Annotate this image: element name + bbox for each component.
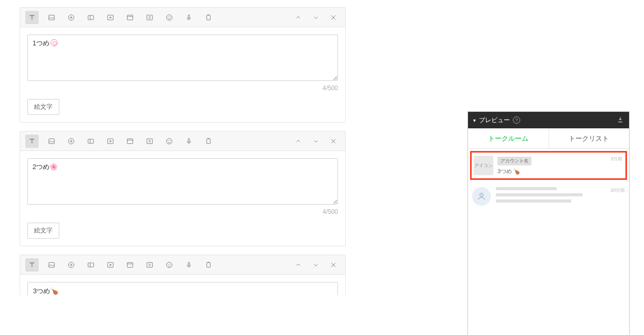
mic-icon[interactable] — [182, 135, 196, 148]
skeleton-line — [496, 187, 557, 190]
play-box-icon[interactable] — [104, 135, 117, 148]
svg-rect-0 — [49, 15, 55, 20]
chevron-up-icon[interactable] — [292, 11, 305, 24]
tab-talkroom[interactable]: トークルーム — [468, 128, 549, 149]
toolbar — [20, 8, 345, 27]
play-box-icon[interactable] — [104, 258, 117, 272]
mic-icon[interactable] — [182, 11, 196, 24]
close-icon[interactable] — [327, 258, 340, 272]
avatar-round-icon — [472, 187, 491, 206]
char-counter: 4/500 — [27, 85, 338, 92]
text-tool-icon[interactable] — [25, 258, 39, 272]
chevron-down-icon[interactable] — [309, 135, 323, 148]
mic-icon[interactable] — [182, 258, 196, 272]
svg-point-6 — [167, 14, 172, 20]
talk-item-skeleton: 20分前 — [468, 182, 629, 211]
window-icon[interactable] — [123, 11, 137, 24]
preview-title: プレビュー — [479, 116, 510, 125]
text-tool-icon[interactable] — [25, 135, 39, 148]
window-icon[interactable] — [123, 135, 137, 148]
chevron-down-icon[interactable] — [309, 258, 323, 272]
video-box-icon[interactable] — [143, 135, 156, 148]
caret-down-icon[interactable]: ▾ — [473, 118, 476, 123]
image-tool-icon[interactable] — [45, 135, 58, 148]
svg-point-33 — [480, 193, 483, 196]
preview-tabs: トークルーム トークリスト — [468, 128, 629, 149]
clipboard-icon[interactable] — [202, 258, 215, 272]
drumstick-emoji-icon: 🍗 — [50, 287, 58, 295]
svg-rect-11 — [49, 139, 55, 143]
close-icon[interactable] — [327, 11, 340, 24]
svg-rect-13 — [88, 139, 94, 143]
chevron-down-icon[interactable] — [309, 11, 323, 24]
smiley-icon[interactable] — [163, 135, 176, 148]
svg-point-30 — [170, 264, 171, 264]
svg-rect-9 — [188, 14, 190, 18]
download-icon[interactable] — [617, 116, 624, 125]
smiley-icon[interactable] — [163, 258, 176, 272]
avatar-placeholder: アイコン — [474, 156, 493, 175]
svg-rect-32 — [207, 262, 211, 267]
textarea-text: 3つめ — [33, 287, 50, 295]
message-card-2: 2つめ🌸 4/500 絵文字 — [20, 131, 346, 246]
svg-rect-27 — [147, 262, 153, 267]
svg-rect-20 — [188, 138, 190, 142]
svg-rect-16 — [147, 139, 153, 143]
account-name-chip: アカウント名 — [497, 157, 532, 165]
skeleton-line — [496, 199, 571, 203]
skeleton-line — [496, 193, 583, 196]
video-box-icon[interactable] — [143, 258, 156, 272]
image-tool-icon[interactable] — [45, 11, 58, 24]
svg-rect-2 — [88, 15, 94, 20]
emoji-button[interactable]: 絵文字 — [27, 223, 59, 239]
coupon-icon[interactable] — [84, 11, 98, 24]
talk-timestamp: 20分前 — [610, 187, 625, 194]
clipboard-icon[interactable] — [202, 11, 215, 24]
svg-rect-26 — [127, 262, 133, 267]
add-circle-icon[interactable] — [65, 11, 78, 24]
video-box-icon[interactable] — [143, 11, 156, 24]
help-icon[interactable]: ? — [513, 116, 520, 124]
close-icon[interactable] — [327, 135, 340, 148]
chevron-up-icon[interactable] — [292, 258, 305, 272]
svg-point-19 — [170, 140, 171, 141]
coupon-icon[interactable] — [84, 258, 98, 272]
preview-header: ▾ プレビュー ? — [468, 112, 629, 128]
svg-point-7 — [168, 16, 169, 17]
svg-rect-22 — [49, 262, 55, 267]
add-circle-icon[interactable] — [65, 258, 78, 272]
svg-point-17 — [167, 138, 172, 144]
svg-rect-21 — [207, 139, 211, 143]
svg-point-18 — [168, 140, 169, 141]
text-tool-icon[interactable] — [25, 11, 39, 24]
message-card-1: 1つめ 4/500 絵文字 — [20, 7, 346, 123]
svg-rect-24 — [88, 263, 94, 267]
image-tool-icon[interactable] — [45, 258, 58, 272]
tab-talklist[interactable]: トークリスト — [549, 128, 630, 149]
toolbar — [20, 131, 345, 151]
add-circle-icon[interactable] — [65, 135, 78, 148]
chevron-up-icon[interactable] — [292, 135, 305, 148]
svg-rect-31 — [188, 262, 190, 265]
svg-point-29 — [168, 264, 169, 264]
play-box-icon[interactable] — [104, 11, 117, 24]
talk-item-highlighted: アイコン アカウント名 3つめ 🍗 3分前 — [470, 151, 627, 180]
svg-rect-10 — [207, 15, 211, 20]
emoji-button[interactable]: 絵文字 — [27, 99, 59, 115]
smiley-icon[interactable] — [163, 11, 176, 24]
talk-timestamp: 3分前 — [610, 156, 622, 162]
svg-point-8 — [170, 16, 171, 17]
window-icon[interactable] — [123, 258, 137, 272]
message-card-3: 3つめ🍗 — [20, 255, 346, 295]
toolbar — [20, 255, 345, 275]
clipboard-icon[interactable] — [202, 135, 215, 148]
message-textarea[interactable] — [27, 35, 338, 81]
svg-rect-15 — [127, 139, 133, 143]
message-textarea[interactable] — [27, 158, 338, 205]
talk-preview-text: 3つめ — [497, 167, 512, 175]
drumstick-emoji-icon: 🍗 — [513, 168, 520, 175]
svg-rect-5 — [147, 15, 153, 20]
coupon-icon[interactable] — [84, 135, 98, 148]
char-counter: 4/500 — [27, 208, 338, 215]
preview-panel: ▾ プレビュー ? トークルーム トークリスト アイコン アカウント名 3つめ … — [468, 111, 630, 335]
